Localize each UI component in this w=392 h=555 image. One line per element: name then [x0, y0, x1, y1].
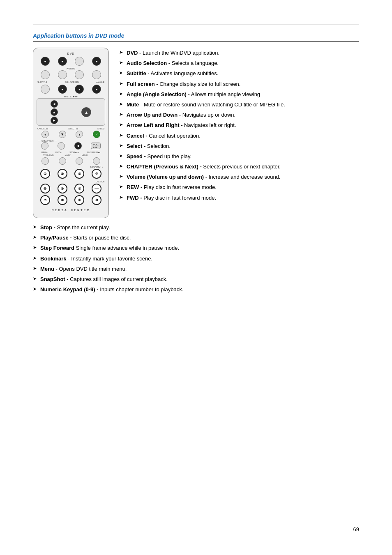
bullet-btext-2: Play/Pause - Starts or pause the disc.: [40, 234, 131, 242]
fullscreen-label: FULL SCREEN: [65, 81, 78, 83]
bullet-mute: ➤ Mute - Mute or restore sound when watc…: [119, 101, 359, 108]
numrow-3: ⑦ ⑧ ⑨ ⑩: [37, 195, 105, 205]
arrow-icon-10: ➤: [119, 143, 125, 149]
bullet-menu: ➤ Menu - Opens DVD title main menu.: [33, 265, 359, 273]
bottom-rule: [33, 524, 359, 524]
btn-r1-1[interactable]: ●: [41, 57, 50, 66]
bullet-btext-5: Menu - Opens DVD title main menu.: [40, 265, 127, 273]
btn-6[interactable]: ⑥: [74, 184, 84, 193]
bullet-fullscreen: ➤ Full screen - Change display size to f…: [119, 81, 359, 88]
btn-select[interactable]: ●: [76, 131, 83, 138]
snapshot-label: SNAPSHOT●: [37, 166, 105, 168]
btn-r1-3[interactable]: [75, 57, 84, 66]
row-2: [37, 70, 105, 79]
btn-r3-3[interactable]: ●: [75, 85, 84, 94]
bullet-text-4: Full screen - Change display size to ful…: [127, 81, 240, 88]
btn-r2-1[interactable]: [41, 70, 50, 79]
cancel-sublabel: CANCEL●●: [37, 127, 48, 130]
btn-left-arrow[interactable]: ◄: [51, 100, 58, 108]
btn-9[interactable]: ⑨: [74, 195, 84, 205]
btn-2[interactable]: ②: [58, 169, 67, 179]
btn-5[interactable]: ⑤: [58, 184, 67, 193]
btn-8[interactable]: ⑧: [58, 195, 67, 205]
btn-speed[interactable]: ✓: [93, 131, 100, 138]
bullet-subtitle: ➤ Subtitle - Activates language subtitle…: [119, 70, 359, 77]
arrow-icon-12: ➤: [119, 163, 125, 169]
bullet-text-12: CHAPTER (Previous & Next) - Selects prev…: [127, 163, 281, 170]
arrow-icon-15: ➤: [119, 194, 125, 200]
btn-r2-3[interactable]: [75, 70, 84, 79]
bullet-btext-4: Bookmark - Instantly mark your favorite …: [40, 255, 152, 263]
btn-down-arrow[interactable]: ▼: [59, 131, 66, 138]
fwd-label: FWD●: [55, 151, 61, 154]
arrow-icon-4: ➤: [119, 81, 125, 87]
btn-r3-4[interactable]: ●: [92, 85, 101, 94]
arrow-icon-b1: ➤: [33, 224, 39, 230]
rew-label: REW●: [42, 151, 48, 154]
btn-dash[interactable]: —: [92, 184, 101, 193]
bullet-btext-7: Numeric Keypad (0-9) - Inputs chapter nu…: [40, 286, 183, 293]
playback-row: [37, 157, 105, 165]
btn-ch-prev[interactable]: [41, 142, 48, 150]
lastch-label: LAST CH: [37, 180, 105, 183]
btn-r2-2[interactable]: [58, 70, 67, 79]
bullet-text-1: DVD - Launch the WinDVD application.: [127, 49, 219, 57]
arrow-icon-b3: ➤: [33, 244, 39, 251]
btn-stop[interactable]: [76, 157, 83, 165]
bullet-text-2: Audio Selection - Selects a language.: [127, 60, 219, 67]
btn-up-arrow[interactable]: ▲: [51, 108, 58, 116]
bullet-text-10: Select - Selection.: [127, 143, 171, 150]
bullet-text-3: Subtitle - Activates language subtitles.: [127, 70, 218, 77]
arrow-icon-13: ➤: [119, 173, 125, 180]
btn-r3-2[interactable]: ●: [58, 85, 67, 94]
menu-label: MENU: [82, 154, 88, 157]
speed-sublabel: SPEED: [97, 127, 104, 130]
btn-rew[interactable]: [42, 157, 49, 165]
arrow-icon-9: ➤: [119, 132, 125, 138]
bullet-btext-3: Step Forward Single frame advance while …: [40, 244, 179, 252]
section-rule: [33, 41, 359, 42]
chapter-section: — CHAPTER — ◄ VOL.●●●: [37, 140, 105, 150]
row-1: ● ● ●: [37, 57, 105, 66]
btn-lastch[interactable]: ①: [92, 169, 101, 179]
bullet-numpad: ➤ Numeric Keypad (0-9) - Inputs chapter …: [33, 286, 359, 293]
arrow-icon-b6: ➤: [33, 276, 39, 282]
btn-play[interactable]: [93, 157, 100, 165]
btn-ch-empty[interactable]: [58, 142, 65, 150]
btn-r2-4[interactable]: [92, 70, 101, 79]
numrow-2: ④ ⑤ ⑥ —: [37, 184, 105, 193]
arrow-icon-11: ➤: [119, 153, 125, 159]
subtitle-label: SUBTITLE: [37, 81, 47, 83]
btn-right-arrow[interactable]: ►: [51, 117, 58, 124]
stop-label: STOP●●●: [69, 151, 79, 154]
btn-r1-2[interactable]: ●: [58, 57, 67, 66]
btn-1[interactable]: ①: [40, 169, 50, 179]
arrow-icon-7: ➤: [119, 111, 125, 117]
btn-cancel[interactable]: ●: [42, 131, 49, 138]
cancel-row: ● ▼ ● ✓: [37, 131, 105, 138]
btn-ch-back[interactable]: ◄: [74, 142, 82, 150]
btn-r1-4[interactable]: ●: [92, 57, 101, 66]
arrow-icon-b2: ➤: [33, 234, 39, 240]
btn-4[interactable]: ④: [40, 184, 50, 193]
btn-r3-1[interactable]: [41, 85, 50, 94]
bullet-volume: ➤ Volume (Volume up and down) - Increase…: [119, 173, 359, 181]
btn-nav-up[interactable]: ▲: [81, 107, 91, 117]
arrow-icon-5: ➤: [119, 91, 125, 97]
bullet-text-14: REW - Play disc in fast reverse mode.: [127, 184, 217, 191]
bullet-btext-1: Stop - Stops the current play.: [40, 224, 110, 231]
bullet-text-5: Angle (Angle Selection) - Allows multipl…: [127, 91, 260, 98]
arrow-icon-6: ➤: [119, 101, 125, 107]
row-3: ● ● ●: [37, 85, 105, 94]
page-container: Application buttons in DVD mode DVD ● ● …: [0, 0, 392, 555]
btn-fwd[interactable]: [59, 157, 66, 165]
bullet-arrowlr: ➤ Arrow Left and Right - Navigates left …: [119, 122, 359, 129]
btn-7[interactable]: ⑦: [40, 195, 50, 205]
btn-3[interactable]: ③: [74, 169, 84, 179]
bullet-snapshot: ➤ SnapShot - Captures still images of cu…: [33, 276, 359, 283]
section-title: Application buttons in DVD mode: [33, 32, 359, 39]
bullet-bookmark: ➤ Bookmark - Instantly mark your favorit…: [33, 255, 359, 263]
btn-0[interactable]: ⑩: [92, 195, 101, 205]
arrow-icon-14: ➤: [119, 184, 125, 190]
bullet-text-13: Volume (Volume up and down) - Increase a…: [127, 173, 280, 181]
